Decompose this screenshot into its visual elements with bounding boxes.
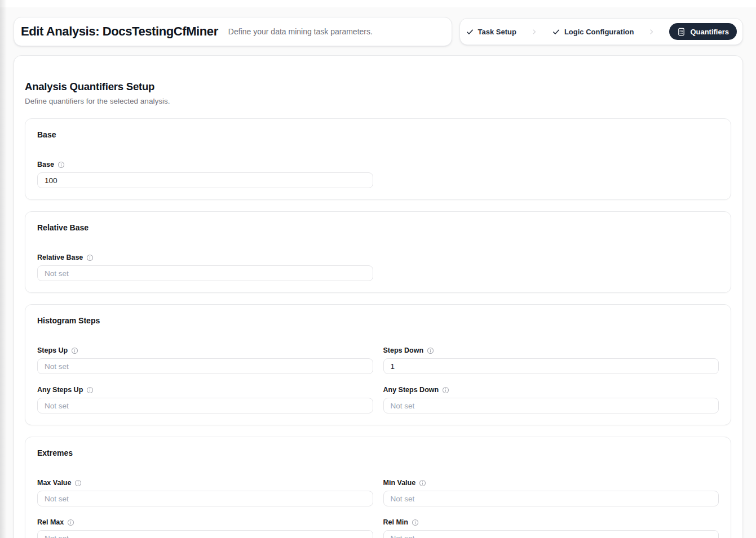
info-icon[interactable] bbox=[71, 347, 78, 354]
field-label: Any Steps Up bbox=[37, 386, 373, 394]
any-steps-down-input[interactable] bbox=[383, 398, 719, 413]
panel-subheading: Define quantifiers for the selected anal… bbox=[25, 97, 731, 105]
field-rel-max: Rel Max bbox=[37, 518, 373, 538]
any-steps-up-input[interactable] bbox=[37, 398, 373, 413]
group-title: Extremes bbox=[37, 448, 719, 457]
group-relative-base: Relative Base Relative Base bbox=[25, 211, 731, 293]
page-title: Edit Analysis: DocsTestingCfMiner bbox=[21, 24, 218, 39]
field-label: Rel Max bbox=[37, 518, 373, 526]
field-label: Any Steps Down bbox=[383, 386, 719, 394]
info-icon[interactable] bbox=[58, 161, 65, 168]
info-icon[interactable] bbox=[427, 347, 434, 354]
field-rel-min: Rel Min bbox=[383, 518, 719, 538]
info-icon[interactable] bbox=[442, 386, 449, 394]
group-title: Base bbox=[37, 130, 719, 139]
field-label: Min Value bbox=[383, 479, 719, 487]
step-label: Quantifiers bbox=[690, 28, 729, 36]
rel-max-input[interactable] bbox=[37, 530, 373, 538]
field-max-value: Max Value bbox=[37, 479, 373, 506]
step-task-setup[interactable]: Task Setup bbox=[466, 28, 516, 36]
check-icon bbox=[552, 28, 560, 36]
header-row: Edit Analysis: DocsTestingCfMiner Define… bbox=[14, 17, 743, 46]
group-histogram-steps: Histogram Steps Steps Up Steps Down bbox=[25, 304, 731, 425]
field-label: Steps Up bbox=[37, 346, 373, 354]
min-value-input[interactable] bbox=[383, 491, 719, 506]
field-relative-base: Relative Base bbox=[37, 254, 373, 281]
info-icon[interactable] bbox=[86, 254, 94, 261]
field-label: Relative Base bbox=[37, 254, 373, 261]
field-label: Rel Min bbox=[383, 518, 719, 526]
wizard-stepper: Task Setup Logic Configuration bbox=[459, 18, 744, 45]
page-subtitle: Define your data mining task parameters. bbox=[228, 27, 373, 36]
field-min-value: Min Value bbox=[383, 479, 719, 506]
field-label-text: Any Steps Down bbox=[383, 386, 439, 394]
info-icon[interactable] bbox=[86, 386, 94, 394]
field-label-text: Steps Up bbox=[37, 346, 68, 354]
field-label-text: Min Value bbox=[383, 479, 416, 487]
field-label: Max Value bbox=[37, 479, 373, 487]
field-label-text: Max Value bbox=[37, 479, 71, 487]
info-icon[interactable] bbox=[412, 519, 419, 526]
chevron-right-icon bbox=[530, 28, 538, 35]
field-base: Base bbox=[37, 161, 373, 188]
info-icon[interactable] bbox=[74, 479, 82, 487]
info-icon[interactable] bbox=[67, 519, 74, 526]
field-steps-up: Steps Up bbox=[37, 346, 373, 374]
field-label: Base bbox=[37, 161, 373, 168]
step-label: Task Setup bbox=[478, 28, 516, 36]
field-steps-down: Steps Down bbox=[383, 346, 719, 374]
field-label-text: Relative Base bbox=[37, 254, 83, 261]
steps-up-input[interactable] bbox=[37, 358, 373, 374]
base-input[interactable] bbox=[37, 172, 373, 188]
field-label-text: Rel Max bbox=[37, 518, 64, 526]
rel-min-input[interactable] bbox=[383, 530, 719, 538]
field-any-steps-down: Any Steps Down bbox=[383, 386, 719, 413]
max-value-input[interactable] bbox=[37, 491, 373, 506]
steps-down-input[interactable] bbox=[383, 358, 719, 374]
field-label-text: Rel Min bbox=[383, 518, 408, 526]
step-label: Logic Configuration bbox=[564, 28, 634, 36]
panel-heading: Analysis Quantifiers Setup bbox=[25, 81, 731, 93]
page-header: Edit Analysis: DocsTestingCfMiner Define… bbox=[14, 17, 452, 46]
check-icon bbox=[466, 28, 474, 36]
field-any-steps-up: Any Steps Up bbox=[37, 386, 373, 413]
group-extremes: Extremes Max Value Min Value bbox=[25, 437, 731, 538]
group-base: Base Base bbox=[25, 118, 731, 200]
relative-base-input[interactable] bbox=[37, 265, 373, 281]
page: Edit Analysis: DocsTestingCfMiner Define… bbox=[0, 0, 756, 538]
step-quantifiers[interactable]: Quantifiers bbox=[669, 23, 737, 40]
chevron-right-icon bbox=[648, 28, 655, 35]
field-label-text: Base bbox=[37, 161, 54, 168]
group-title: Relative Base bbox=[37, 223, 719, 232]
info-icon[interactable] bbox=[419, 479, 426, 487]
field-label: Steps Down bbox=[383, 346, 719, 354]
step-logic-configuration[interactable]: Logic Configuration bbox=[552, 28, 634, 36]
field-label-text: Steps Down bbox=[383, 346, 424, 354]
field-label-text: Any Steps Up bbox=[37, 386, 83, 394]
group-title: Histogram Steps bbox=[37, 316, 719, 325]
quantifiers-panel: Analysis Quantifiers Setup Define quanti… bbox=[14, 55, 743, 538]
calculator-icon bbox=[677, 28, 686, 36]
